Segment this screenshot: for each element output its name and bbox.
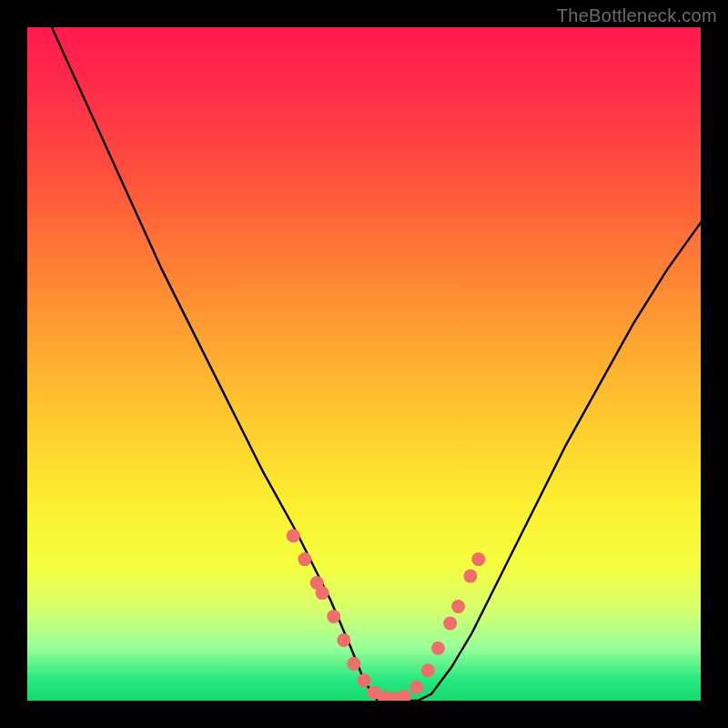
marker-dot (443, 616, 457, 630)
marker-dot (463, 570, 477, 583)
marker-dot (316, 586, 329, 600)
marker-dot (471, 552, 485, 566)
marker-dot (358, 673, 371, 687)
marker-dot (431, 642, 445, 655)
plot-frame (27, 27, 701, 701)
plot-svg (27, 27, 701, 701)
marker-dot (410, 681, 423, 694)
marker-dot (347, 657, 360, 671)
highlight-markers (287, 529, 486, 701)
marker-dot (451, 600, 465, 613)
marker-dot (327, 610, 340, 623)
watermark-label: TheBottleneck.com (557, 5, 717, 26)
marker-dot (421, 663, 435, 677)
marker-dot (287, 529, 300, 542)
marker-dot (398, 690, 411, 701)
main-curve (27, 27, 701, 701)
marker-dot (298, 552, 311, 566)
marker-dot (337, 633, 350, 647)
